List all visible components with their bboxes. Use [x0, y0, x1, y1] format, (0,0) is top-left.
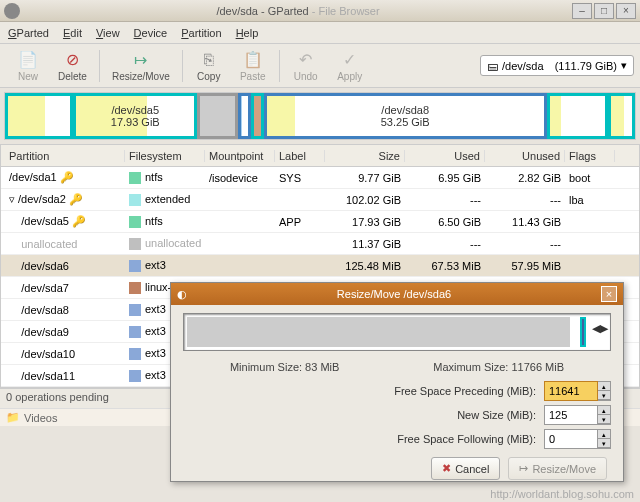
- table-header: PartitionFilesystemMountpointLabelSizeUs…: [1, 145, 639, 167]
- new-button[interactable]: 📄New: [6, 46, 50, 86]
- undo-icon: ↶: [296, 50, 316, 70]
- menu-view[interactable]: View: [96, 27, 120, 39]
- min-size-label: Minimum Size: 83 MiB: [230, 361, 339, 373]
- spinner-buttons[interactable]: ▴▾: [598, 405, 611, 425]
- toolbar: 📄New ⊘Delete ↦Resize/Move ⎘Copy 📋Paste ↶…: [0, 44, 640, 88]
- free-following-input[interactable]: [544, 429, 598, 449]
- device-selector[interactable]: 🖴 /dev/sda (111.79 GiB) ▾: [480, 55, 634, 76]
- resize-button[interactable]: ↦Resize/Move: [104, 46, 178, 86]
- dialog-titlebar: ◐ Resize/Move /dev/sda6 ×: [171, 283, 623, 305]
- menu-partition[interactable]: Partition: [181, 27, 221, 39]
- free-preceding-input[interactable]: [544, 381, 598, 401]
- new-size-input[interactable]: [544, 405, 598, 425]
- watermark: http://worldant.blog.sohu.com: [490, 488, 634, 500]
- dialog-icon: ◐: [177, 288, 187, 301]
- map-sda7[interactable]: [251, 93, 264, 139]
- dialog-close-button[interactable]: ×: [601, 286, 617, 302]
- delete-button[interactable]: ⊘Delete: [50, 46, 95, 86]
- paste-button: 📋Paste: [231, 46, 275, 86]
- menubar: GParted Edit View Device Partition Help: [0, 22, 640, 44]
- map-sda8[interactable]: /dev/sda853.25 GiB: [264, 93, 547, 139]
- apply-button: ✓Apply: [328, 46, 372, 86]
- resize-slider[interactable]: ◀▶: [183, 313, 611, 351]
- map-unallocated[interactable]: [197, 93, 238, 139]
- table-row[interactable]: /dev/sda5 🔑ntfsAPP17.93 GiB6.50 GiB11.43…: [1, 211, 639, 233]
- new-icon: 📄: [18, 50, 38, 70]
- close-button[interactable]: ×: [616, 3, 636, 19]
- resize-move-button: ↦Resize/Move: [508, 457, 607, 480]
- titlebar: /dev/sda - GParted - File Browser – □ ×: [0, 0, 640, 22]
- app-icon: [4, 3, 20, 19]
- slider-handle[interactable]: [580, 317, 586, 347]
- delete-icon: ⊘: [62, 50, 82, 70]
- minimize-button[interactable]: –: [572, 3, 592, 19]
- map-end[interactable]: [608, 93, 635, 139]
- max-size-label: Maximum Size: 11766 MiB: [433, 361, 564, 373]
- spinner-buttons[interactable]: ▴▾: [598, 381, 611, 401]
- copy-button[interactable]: ⎘Copy: [187, 46, 231, 86]
- paste-icon: 📋: [243, 50, 263, 70]
- maximize-button[interactable]: □: [594, 3, 614, 19]
- folder-icon: 📁: [6, 411, 20, 424]
- resize-icon: ↦: [519, 462, 528, 475]
- table-row[interactable]: unallocated unallocated11.37 GiB------: [1, 233, 639, 255]
- copy-icon: ⎘: [199, 50, 219, 70]
- chevron-down-icon: ▾: [621, 59, 627, 72]
- cancel-icon: ✖: [442, 462, 451, 475]
- menu-gparted[interactable]: GParted: [8, 27, 49, 39]
- map-rest[interactable]: [547, 93, 608, 139]
- disk-map[interactable]: /dev/sda517.93 GiB /dev/sda853.25 GiB: [4, 92, 636, 140]
- table-row[interactable]: ▿ /dev/sda2 🔑extended102.02 GiB------lba: [1, 189, 639, 211]
- arrow-right-icon[interactable]: ▶: [600, 322, 608, 335]
- undo-button: ↶Undo: [284, 46, 328, 86]
- cancel-button[interactable]: ✖Cancel: [431, 457, 500, 480]
- table-row[interactable]: /dev/sda1 🔑ntfs/isodeviceSYS9.77 GiB6.95…: [1, 167, 639, 189]
- map-sda5[interactable]: /dev/sda517.93 GiB: [73, 93, 197, 139]
- apply-icon: ✓: [340, 50, 360, 70]
- spinner-buttons[interactable]: ▴▾: [598, 429, 611, 449]
- menu-help[interactable]: Help: [236, 27, 259, 39]
- window-title: /dev/sda - GParted - File Browser: [24, 4, 572, 18]
- map-sda6[interactable]: [238, 93, 251, 139]
- resize-dialog: ◐ Resize/Move /dev/sda6 × ◀▶ Minimum Siz…: [170, 282, 624, 482]
- drive-icon: 🖴: [487, 60, 498, 72]
- resize-icon: ↦: [131, 50, 151, 70]
- menu-device[interactable]: Device: [134, 27, 168, 39]
- menu-edit[interactable]: Edit: [63, 27, 82, 39]
- arrow-left-icon[interactable]: ◀: [592, 322, 600, 335]
- map-sda1[interactable]: [5, 93, 73, 139]
- table-row[interactable]: /dev/sda6 ext3125.48 MiB67.53 MiB57.95 M…: [1, 255, 639, 277]
